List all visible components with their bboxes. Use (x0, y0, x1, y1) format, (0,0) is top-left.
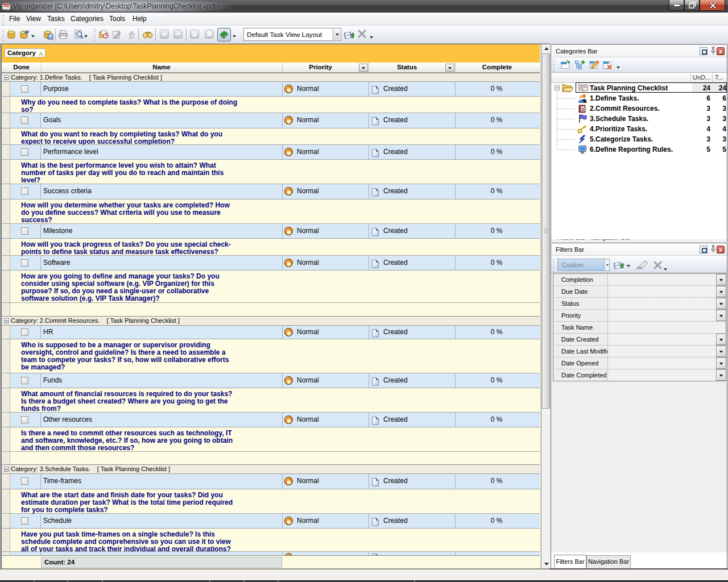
svg-text:5: 5 (582, 107, 584, 111)
